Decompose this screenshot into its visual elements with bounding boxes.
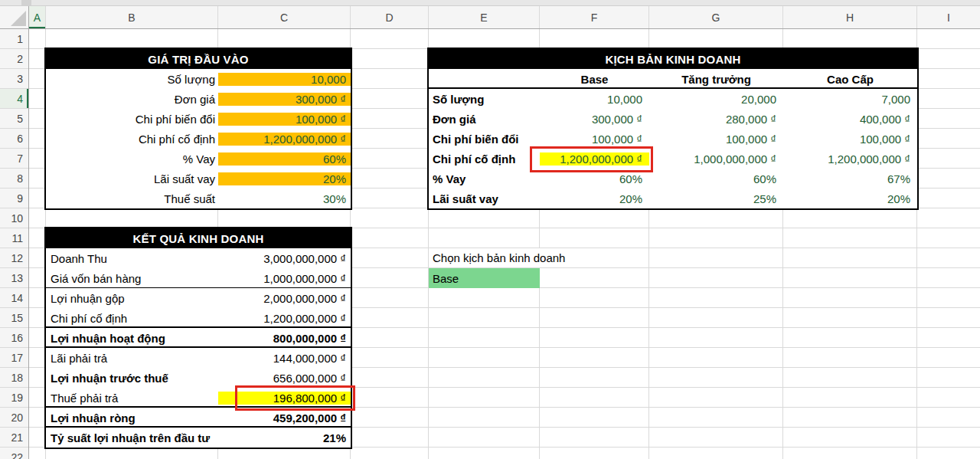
- scenario-label-pct-vay[interactable]: % Vay: [429, 172, 540, 185]
- result-label-chi-phi-co-dinh[interactable]: Chi phí cố định: [46, 312, 218, 325]
- row-header-7[interactable]: 7: [0, 149, 28, 169]
- row-header-11[interactable]: 11: [0, 228, 28, 248]
- scenario-cell[interactable]: 300,000 ₫: [540, 113, 649, 126]
- result-label-lai-phai-tra[interactable]: Lãi phải trả: [46, 352, 218, 365]
- row-header-21[interactable]: 21: [0, 428, 28, 448]
- scenario-cell[interactable]: 20,000: [649, 93, 783, 106]
- scenario-cell[interactable]: 1,000,000,000 ₫: [649, 152, 783, 166]
- row-header-4[interactable]: 4: [0, 89, 28, 109]
- row-header-17[interactable]: 17: [0, 348, 28, 368]
- row-header-12[interactable]: 12: [0, 248, 28, 268]
- result-label-loi-nhuan-rong[interactable]: Lợi nhuận ròng: [46, 411, 218, 425]
- scenario-picker-value[interactable]: Base: [429, 268, 540, 288]
- result-value-loi-nhuan-truoc-thue[interactable]: 656,000,000 ₫: [218, 372, 351, 385]
- scenario-cell[interactable]: 10,000: [540, 93, 649, 106]
- scenario-cell[interactable]: 60%: [540, 172, 649, 185]
- scenario-cell[interactable]: 20%: [540, 192, 649, 205]
- input-value-lai-suat-vay[interactable]: 20%: [218, 172, 351, 185]
- input-table-title[interactable]: GIÁ TRỊ ĐẦU VÀO: [46, 49, 351, 69]
- result-value-loi-nhuan-rong[interactable]: 459,200,000 ₫: [218, 411, 351, 425]
- row-header-16[interactable]: 16: [0, 328, 28, 348]
- select-all-corner[interactable]: [0, 6, 29, 29]
- input-label-lai-suat-vay[interactable]: Lãi suất vay: [46, 172, 218, 185]
- scenario-column-base[interactable]: Base: [540, 73, 649, 86]
- column-header-c[interactable]: C: [218, 6, 351, 28]
- row-header-10[interactable]: 10: [0, 208, 28, 228]
- result-label-loi-nhuan-gop[interactable]: Lợi nhuận gộp: [46, 292, 218, 305]
- scenario-cell[interactable]: 100,000 ₫: [783, 133, 917, 146]
- scenario-picker-label[interactable]: Chọn kịch bản kinh doanh: [429, 248, 591, 267]
- row-header-22[interactable]: 22: [0, 448, 28, 459]
- scenario-label-chi-phi-bien-doi[interactable]: Chi phí biến đổi: [429, 133, 540, 146]
- result-label-doanh-thu[interactable]: Doanh Thu: [46, 252, 218, 265]
- scenario-column-cao-cap[interactable]: Cao Cấp: [783, 73, 917, 86]
- namebox-divider: [21, 0, 31, 5]
- scenario-label-lai-suat-vay[interactable]: Lãi suất vay: [429, 192, 540, 205]
- result-label-loi-nhuan-truoc-thue[interactable]: Lợi nhuận trước thuế: [46, 372, 218, 385]
- column-header-h[interactable]: H: [783, 6, 917, 28]
- result-label-gia-von[interactable]: Giá vốn bán hàng: [46, 272, 218, 285]
- scenario-table-title[interactable]: KỊCH BẢN KINH DOANH: [429, 49, 917, 69]
- row-header-15[interactable]: 15: [0, 308, 28, 328]
- result-label-loi-nhuan-hoat-dong[interactable]: Lợi nhuận hoạt động: [46, 332, 218, 345]
- column-header-g[interactable]: G: [649, 6, 783, 28]
- row-header-19[interactable]: 19: [0, 388, 28, 408]
- input-value-thue-suat[interactable]: 30%: [218, 192, 351, 205]
- column-header-b[interactable]: B: [46, 6, 218, 28]
- result-value-doanh-thu[interactable]: 3,000,000,000 ₫: [218, 252, 351, 265]
- result-value-ty-suat[interactable]: 21%: [218, 431, 351, 444]
- result-value-loi-nhuan-gop[interactable]: 2,000,000,000 ₫: [218, 292, 351, 305]
- scenario-cell[interactable]: 280,000 ₫: [649, 113, 783, 126]
- scenario-cell[interactable]: 60%: [649, 172, 783, 185]
- row-header-6[interactable]: 6: [0, 129, 28, 149]
- column-header-i[interactable]: I: [917, 6, 980, 28]
- annotation-box-scenario-fixed-cost: [530, 146, 653, 172]
- row-header-9[interactable]: 9: [0, 189, 28, 208]
- input-label-chi-phi-co-dinh[interactable]: Chi phí cố định: [46, 133, 218, 146]
- result-value-chi-phi-co-dinh[interactable]: 1,200,000,000 ₫: [218, 312, 351, 325]
- column-header-f[interactable]: F: [540, 6, 649, 28]
- row-header-1[interactable]: 1: [0, 29, 28, 49]
- scenario-cell[interactable]: 1,200,000,000 ₫: [783, 152, 917, 166]
- scenario-cell[interactable]: 20%: [783, 192, 917, 205]
- scenario-label-chi-phi-co-dinh[interactable]: Chi phí cố định: [429, 152, 540, 166]
- scenario-cell[interactable]: 67%: [783, 172, 917, 185]
- scenario-cell[interactable]: 400,000 ₫: [783, 113, 917, 126]
- row-header-20[interactable]: 20: [0, 408, 28, 428]
- row-header-13[interactable]: 13: [0, 268, 28, 288]
- result-value-lai-phai-tra[interactable]: 144,000,000 ₫: [218, 352, 351, 365]
- scenario-cell[interactable]: 25%: [649, 192, 783, 205]
- input-value-chi-phi-bien-doi[interactable]: 100,000 ₫: [218, 113, 351, 126]
- input-label-so-luong[interactable]: Số lượng: [46, 73, 218, 86]
- row-header-3[interactable]: 3: [0, 69, 28, 89]
- scenario-cell[interactable]: 100,000 ₫: [540, 133, 649, 146]
- row-header-18[interactable]: 18: [0, 368, 28, 388]
- results-table-title[interactable]: KẾT QUẢ KINH DOANH: [46, 228, 351, 248]
- column-header-a[interactable]: A: [29, 6, 46, 28]
- input-label-thue-suat[interactable]: Thuế suất: [46, 192, 218, 205]
- row-header-5[interactable]: 5: [0, 109, 28, 129]
- scenario-label-so-luong[interactable]: Số lượng: [429, 93, 540, 106]
- result-value-loi-nhuan-hoat-dong[interactable]: 800,000,000 ₫: [218, 332, 351, 345]
- column-header-d[interactable]: D: [351, 6, 429, 28]
- input-value-pct-vay[interactable]: 60%: [218, 152, 351, 166]
- scenario-cell[interactable]: 7,000: [783, 93, 917, 106]
- input-value-don-gia[interactable]: 300,000 ₫: [218, 93, 351, 106]
- result-label-thue-phai-tra[interactable]: Thuế phải trả: [46, 392, 218, 405]
- scenario-cell[interactable]: 100,000 ₫: [649, 133, 783, 146]
- input-label-don-gia[interactable]: Đơn giá: [46, 93, 218, 106]
- result-value-gia-von[interactable]: 1,000,000,000 ₫: [218, 272, 351, 285]
- row-header-8[interactable]: 8: [0, 169, 28, 189]
- row-header-2[interactable]: 2: [0, 49, 28, 69]
- column-headers: A B C D E F G H I: [29, 6, 980, 29]
- scenario-column-tang-truong[interactable]: Tăng trưởng: [649, 73, 783, 86]
- scenario-label-don-gia[interactable]: Đơn giá: [429, 113, 540, 126]
- row-headers: 1 2 3 4 5 6 7 8 9 10 11 12 13 14 15 16 1…: [0, 29, 29, 459]
- column-header-e[interactable]: E: [429, 6, 540, 28]
- input-value-so-luong[interactable]: 10,000: [218, 73, 351, 86]
- input-value-chi-phi-co-dinh[interactable]: 1,200,000,000 ₫: [218, 133, 351, 146]
- input-label-pct-vay[interactable]: % Vay: [46, 152, 218, 166]
- row-header-14[interactable]: 14: [0, 288, 28, 308]
- result-label-ty-suat[interactable]: Tỷ suất lợi nhuận trên đầu tư: [46, 431, 218, 444]
- input-label-chi-phi-bien-doi[interactable]: Chi phí biến đổi: [46, 113, 218, 126]
